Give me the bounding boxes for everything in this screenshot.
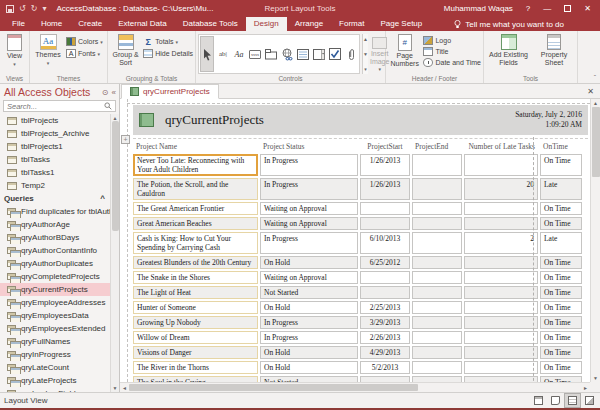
cell[interactable]: The Snake in the Shores <box>133 271 258 284</box>
report-title[interactable]: qryCurrentProjects <box>165 112 264 128</box>
cell[interactable]: On Time <box>540 361 582 374</box>
vscroll-thumb[interactable] <box>592 107 600 177</box>
cell[interactable]: Greatest Blunders of the 20th Century <box>133 256 258 269</box>
report-date[interactable]: Saturday, July 2, 2016 <box>515 110 582 120</box>
cell[interactable] <box>464 202 538 215</box>
column-header[interactable]: ProjectEnd <box>412 141 462 152</box>
sidebar-scroll-thumb[interactable] <box>112 121 119 231</box>
combo-box-icon[interactable] <box>312 36 326 72</box>
cell[interactable]: On Hold <box>260 346 358 359</box>
column-header[interactable]: OnTime <box>540 141 582 152</box>
tab-format[interactable]: Format <box>331 17 372 31</box>
cell[interactable]: 1/26/2013 <box>360 178 410 200</box>
sidebar-item-tblProjects[interactable]: tblProjects <box>0 114 110 127</box>
sidebar-item-qryLateProjects[interactable]: qryLateProjects <box>0 374 110 387</box>
property-sheet-button[interactable]: Property Sheet <box>533 33 575 66</box>
cell[interactable]: Waiting on Approval <box>260 217 358 230</box>
collapse-pane-icon[interactable]: « <box>112 88 116 97</box>
sidebar-item-qryAuthorBDays[interactable]: qryAuthorBDays <box>0 231 110 244</box>
horizontal-scrollbar[interactable]: ◄► <box>120 382 590 392</box>
report-time[interactable]: 1:09:20 AM <box>515 120 582 130</box>
controls-gallery-scrollbar[interactable]: ▲▼▾ <box>362 34 368 74</box>
cell[interactable]: On Time <box>540 286 582 299</box>
undo-icon[interactable]: ↺ <box>19 5 26 13</box>
tab-design[interactable]: Design <box>246 17 287 31</box>
cell[interactable]: On Time <box>540 154 582 176</box>
tab-home[interactable]: Home <box>33 17 70 31</box>
cell[interactable]: In Progress <box>260 154 358 176</box>
cell[interactable]: 5/2/2013 <box>360 361 410 374</box>
design-view-button[interactable] <box>581 393 598 408</box>
cell[interactable] <box>412 202 462 215</box>
cell[interactable] <box>464 154 538 176</box>
sidebar-item-qryLateCount[interactable]: qryLateCount <box>0 361 110 374</box>
group-sort-button[interactable]: Group & Sort <box>110 33 141 66</box>
cell[interactable]: Never Too Late: Reconnecting with Your A… <box>133 154 258 176</box>
cell[interactable]: On Time <box>540 331 582 344</box>
cell[interactable]: 2/25/2013 <box>360 301 410 314</box>
text-box-icon[interactable]: ab| <box>216 36 230 72</box>
cell[interactable] <box>360 217 410 230</box>
cell[interactable]: 20 <box>464 178 538 200</box>
search-box[interactable] <box>3 100 116 112</box>
sidebar-item-tblTasks[interactable]: tblTasks <box>0 153 110 166</box>
sidebar-item-tblProjects1[interactable]: tblProjects1 <box>0 140 110 153</box>
tab-file[interactable]: File <box>4 17 33 31</box>
cell[interactable] <box>412 286 462 299</box>
attachment-icon[interactable] <box>344 36 358 72</box>
column-header[interactable]: Project Name <box>133 141 258 152</box>
column-header[interactable]: Number of Late Tasks <box>464 141 538 152</box>
sidebar-item-qryInProgress[interactable]: qryInProgress <box>0 348 110 361</box>
sidebar-item-qryEmployeeAddresses[interactable]: qryEmployeeAddresses <box>0 296 110 309</box>
cell[interactable]: The Great American Frontier <box>133 202 258 215</box>
report-view-button[interactable] <box>530 393 547 408</box>
sidebar-item-qryAuthorContantInfo[interactable]: qryAuthorContantInfo <box>0 244 110 257</box>
view-button[interactable]: View ▾ <box>2 33 27 68</box>
cell[interactable]: 6/10/2013 <box>360 232 410 254</box>
cell[interactable] <box>412 217 462 230</box>
cell[interactable] <box>464 331 538 344</box>
cell[interactable] <box>464 346 538 359</box>
list-box-icon[interactable] <box>296 36 310 72</box>
cell[interactable] <box>464 316 538 329</box>
cell[interactable] <box>412 301 462 314</box>
cell[interactable] <box>412 271 462 284</box>
close-icon[interactable]: ✕ <box>581 87 600 96</box>
cell[interactable] <box>412 331 462 344</box>
sidebar-item-qryAuthorDuplicates[interactable]: qryAuthorDuplicates <box>0 257 110 270</box>
cell[interactable]: 3/29/2013 <box>360 316 410 329</box>
tab-database-tools[interactable]: Database Tools <box>175 17 246 31</box>
cell[interactable] <box>464 217 538 230</box>
cell[interactable]: On Time <box>540 346 582 359</box>
cell[interactable] <box>464 286 538 299</box>
tab-external-data[interactable]: External Data <box>110 17 174 31</box>
search-input[interactable] <box>7 102 104 111</box>
sidebar-item-Temp2[interactable]: Temp2 <box>0 179 110 192</box>
cell[interactable]: Hunter of Someone <box>133 301 258 314</box>
sidebar-item-qryEmployeesData[interactable]: qryEmployeesData <box>0 309 110 322</box>
tab-arrange[interactable]: Arrange <box>287 17 331 31</box>
user-name[interactable]: Muhammad Waqas <box>444 4 513 13</box>
title-button[interactable]: Title <box>423 47 481 56</box>
cell[interactable]: 1/26/2013 <box>360 154 410 176</box>
cell[interactable]: On Hold <box>260 256 358 269</box>
collapse-ribbon-icon[interactable]: ˇ <box>594 74 596 81</box>
cell[interactable]: In Progress <box>260 178 358 200</box>
cell[interactable]: The Potion, the Scroll, and the Cauldron <box>133 178 258 200</box>
cell[interactable]: Waiting on Approval <box>260 202 358 215</box>
sidebar-group-queries[interactable]: Queries^ <box>0 192 110 205</box>
cell[interactable]: 4/29/2013 <box>360 346 410 359</box>
vertical-scrollbar[interactable]: ▲▼ <box>590 99 600 382</box>
button-icon[interactable]: xxxx <box>248 36 262 72</box>
cell[interactable]: 2/26/2013 <box>360 331 410 344</box>
sidebar-item-Find duplicates for tblAuthors[interactable]: Find duplicates for tblAuthors <box>0 205 110 218</box>
logo-button[interactable]: Logo <box>423 36 481 45</box>
cell[interactable]: On Time <box>540 256 582 269</box>
hyperlink-icon[interactable] <box>280 36 294 72</box>
cell[interactable]: On Time <box>540 271 582 284</box>
cell[interactable]: The Light of Heat <box>133 286 258 299</box>
cell[interactable] <box>412 154 462 176</box>
tab-control-icon[interactable] <box>264 36 278 72</box>
check-box-icon[interactable] <box>328 36 342 72</box>
layout-view-button[interactable] <box>564 393 581 408</box>
